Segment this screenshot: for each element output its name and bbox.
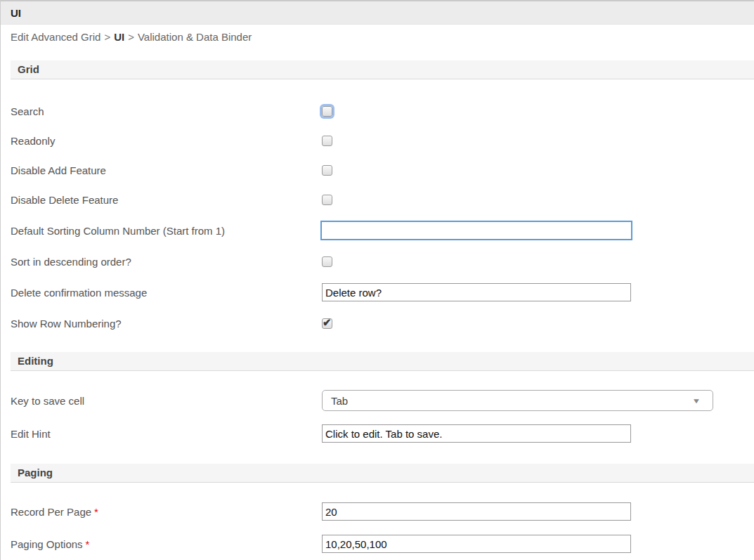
form-row-key-to-save: Key to save cell Tab ▼ bbox=[11, 384, 754, 417]
readonly-checkbox[interactable]: ✔ bbox=[322, 136, 332, 146]
show-row-numbering-checkbox[interactable]: ✔ bbox=[322, 318, 332, 329]
record-per-page-input[interactable] bbox=[322, 502, 631, 521]
form-row-readonly: Readonly ✔ bbox=[11, 126, 754, 155]
paging-section-rows: Record Per Page* Paging Options* bbox=[1, 483, 754, 560]
disable-add-checkbox[interactable]: ✔ bbox=[322, 165, 332, 176]
breadcrumb: Edit Advanced Grid>UI>Validation & Data … bbox=[1, 25, 754, 44]
required-asterisk: * bbox=[94, 506, 98, 518]
checkmark-icon: ✔ bbox=[323, 316, 332, 329]
form-row-edit-hint: Edit Hint bbox=[11, 417, 754, 450]
default-sorting-input[interactable] bbox=[320, 221, 632, 240]
sort-desc-label: Sort in descending order? bbox=[11, 256, 322, 268]
breadcrumb-item-ui[interactable]: UI bbox=[114, 31, 124, 43]
breadcrumb-item-validation-data-binder[interactable]: Validation & Data Binder bbox=[138, 31, 252, 43]
sort-desc-checkbox[interactable]: ✔ bbox=[322, 256, 332, 267]
required-asterisk: * bbox=[86, 538, 90, 550]
paging-options-input[interactable] bbox=[322, 535, 631, 553]
chevron-down-icon: ▼ bbox=[692, 397, 701, 405]
section-header-grid: Grid bbox=[11, 60, 754, 79]
paging-options-label: Paging Options* bbox=[11, 538, 322, 550]
form-row-record-per-page: Record Per Page* bbox=[11, 495, 754, 528]
form-row-search: Search ✔ bbox=[11, 96, 754, 126]
form-row-delete-confirm: Delete confirmation message bbox=[11, 276, 754, 308]
breadcrumb-separator: > bbox=[128, 31, 134, 43]
editing-section-rows: Key to save cell Tab ▼ Edit Hint bbox=[1, 371, 754, 455]
edit-hint-input[interactable] bbox=[322, 424, 631, 443]
disable-delete-label: Disable Delete Feature bbox=[11, 194, 322, 206]
default-sorting-label: Default Sorting Column Number (Start fro… bbox=[11, 225, 322, 237]
form-row-default-sorting: Default Sorting Column Number (Start fro… bbox=[11, 214, 754, 247]
show-row-numbering-label: Show Row Numbering? bbox=[11, 318, 322, 330]
breadcrumb-item-edit-advanced-grid[interactable]: Edit Advanced Grid bbox=[11, 31, 100, 43]
form-row-show-row-numbering: Show Row Numbering? ✔ bbox=[11, 308, 754, 338]
section-header-editing: Editing bbox=[11, 352, 754, 371]
delete-confirm-label: Delete confirmation message bbox=[11, 287, 322, 299]
key-to-save-select[interactable]: Tab ▼ bbox=[322, 390, 713, 411]
edit-hint-label: Edit Hint bbox=[11, 428, 322, 440]
key-to-save-selected-value: Tab bbox=[331, 395, 348, 407]
paging-options-label-text: Paging Options bbox=[11, 538, 83, 550]
form-row-sort-desc: Sort in descending order? ✔ bbox=[11, 247, 754, 276]
key-to-save-label: Key to save cell bbox=[11, 395, 322, 407]
form-row-paging-options: Paging Options* bbox=[11, 528, 754, 560]
disable-add-label: Disable Add Feature bbox=[11, 164, 322, 176]
delete-confirm-input[interactable] bbox=[322, 283, 631, 301]
search-label: Search bbox=[11, 105, 322, 117]
record-per-page-label-text: Record Per Page bbox=[11, 506, 91, 518]
record-per-page-label: Record Per Page* bbox=[11, 506, 322, 518]
disable-delete-checkbox[interactable]: ✔ bbox=[322, 195, 332, 205]
form-row-disable-delete: Disable Delete Feature ✔ bbox=[11, 185, 754, 214]
breadcrumb-separator: > bbox=[104, 31, 110, 43]
settings-page: UI Edit Advanced Grid>UI>Validation & Da… bbox=[0, 0, 754, 560]
search-checkbox[interactable]: ✔ bbox=[322, 106, 332, 117]
section-header-paging: Paging bbox=[11, 464, 754, 483]
readonly-label: Readonly bbox=[11, 135, 322, 147]
grid-section-rows: Search ✔ Readonly ✔ Disable Add Feature … bbox=[1, 79, 754, 344]
page-title: UI bbox=[1, 0, 754, 25]
form-row-disable-add: Disable Add Feature ✔ bbox=[11, 155, 754, 185]
